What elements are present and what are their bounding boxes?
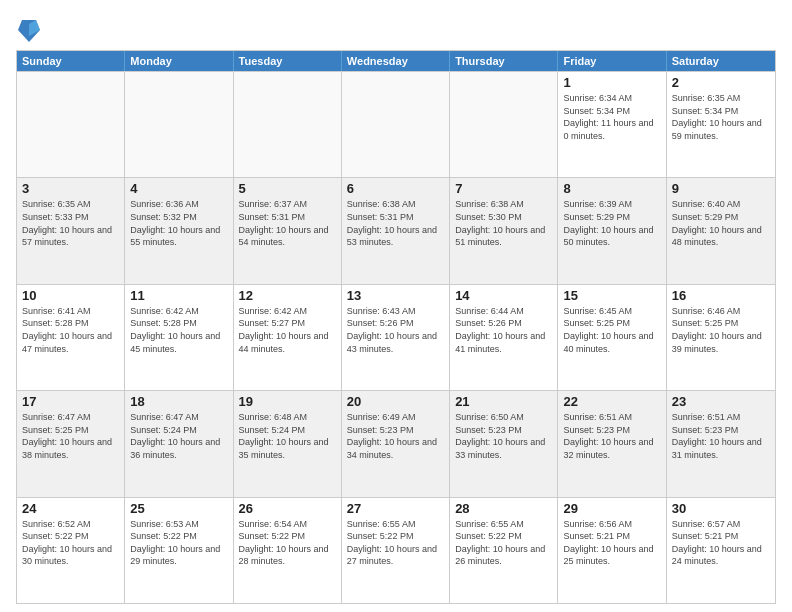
day-cell: 17Sunrise: 6:47 AMSunset: 5:25 PMDayligh… (17, 391, 125, 496)
calendar: SundayMondayTuesdayWednesdayThursdayFrid… (16, 50, 776, 604)
day-number: 2 (672, 75, 770, 90)
day-number: 7 (455, 181, 552, 196)
day-info: Sunrise: 6:43 AMSunset: 5:26 PMDaylight:… (347, 305, 444, 355)
day-info: Sunrise: 6:35 AMSunset: 5:34 PMDaylight:… (672, 92, 770, 142)
day-info: Sunrise: 6:54 AMSunset: 5:22 PMDaylight:… (239, 518, 336, 568)
day-info: Sunrise: 6:55 AMSunset: 5:22 PMDaylight:… (347, 518, 444, 568)
day-cell: 5Sunrise: 6:37 AMSunset: 5:31 PMDaylight… (234, 178, 342, 283)
empty-cell (125, 72, 233, 177)
empty-cell (17, 72, 125, 177)
day-cell: 6Sunrise: 6:38 AMSunset: 5:31 PMDaylight… (342, 178, 450, 283)
day-cell: 11Sunrise: 6:42 AMSunset: 5:28 PMDayligh… (125, 285, 233, 390)
empty-cell (234, 72, 342, 177)
header-cell-tuesday: Tuesday (234, 51, 342, 71)
day-number: 13 (347, 288, 444, 303)
day-cell: 29Sunrise: 6:56 AMSunset: 5:21 PMDayligh… (558, 498, 666, 603)
day-info: Sunrise: 6:40 AMSunset: 5:29 PMDaylight:… (672, 198, 770, 248)
day-info: Sunrise: 6:45 AMSunset: 5:25 PMDaylight:… (563, 305, 660, 355)
day-cell: 16Sunrise: 6:46 AMSunset: 5:25 PMDayligh… (667, 285, 775, 390)
header-cell-saturday: Saturday (667, 51, 775, 71)
calendar-row: 1Sunrise: 6:34 AMSunset: 5:34 PMDaylight… (17, 71, 775, 177)
day-info: Sunrise: 6:50 AMSunset: 5:23 PMDaylight:… (455, 411, 552, 461)
day-info: Sunrise: 6:46 AMSunset: 5:25 PMDaylight:… (672, 305, 770, 355)
day-number: 9 (672, 181, 770, 196)
day-cell: 26Sunrise: 6:54 AMSunset: 5:22 PMDayligh… (234, 498, 342, 603)
day-info: Sunrise: 6:57 AMSunset: 5:21 PMDaylight:… (672, 518, 770, 568)
day-number: 20 (347, 394, 444, 409)
day-number: 18 (130, 394, 227, 409)
day-info: Sunrise: 6:55 AMSunset: 5:22 PMDaylight:… (455, 518, 552, 568)
day-cell: 20Sunrise: 6:49 AMSunset: 5:23 PMDayligh… (342, 391, 450, 496)
page: SundayMondayTuesdayWednesdayThursdayFrid… (0, 0, 792, 612)
header (16, 12, 776, 44)
day-number: 25 (130, 501, 227, 516)
day-info: Sunrise: 6:53 AMSunset: 5:22 PMDaylight:… (130, 518, 227, 568)
day-cell: 2Sunrise: 6:35 AMSunset: 5:34 PMDaylight… (667, 72, 775, 177)
header-cell-sunday: Sunday (17, 51, 125, 71)
day-cell: 4Sunrise: 6:36 AMSunset: 5:32 PMDaylight… (125, 178, 233, 283)
day-cell: 15Sunrise: 6:45 AMSunset: 5:25 PMDayligh… (558, 285, 666, 390)
day-info: Sunrise: 6:42 AMSunset: 5:27 PMDaylight:… (239, 305, 336, 355)
calendar-row: 10Sunrise: 6:41 AMSunset: 5:28 PMDayligh… (17, 284, 775, 390)
calendar-body: 1Sunrise: 6:34 AMSunset: 5:34 PMDaylight… (17, 71, 775, 603)
logo-icon (18, 16, 40, 44)
header-cell-wednesday: Wednesday (342, 51, 450, 71)
day-info: Sunrise: 6:38 AMSunset: 5:30 PMDaylight:… (455, 198, 552, 248)
header-cell-friday: Friday (558, 51, 666, 71)
day-info: Sunrise: 6:48 AMSunset: 5:24 PMDaylight:… (239, 411, 336, 461)
day-number: 6 (347, 181, 444, 196)
day-cell: 22Sunrise: 6:51 AMSunset: 5:23 PMDayligh… (558, 391, 666, 496)
day-number: 30 (672, 501, 770, 516)
day-cell: 3Sunrise: 6:35 AMSunset: 5:33 PMDaylight… (17, 178, 125, 283)
day-cell: 10Sunrise: 6:41 AMSunset: 5:28 PMDayligh… (17, 285, 125, 390)
day-cell: 12Sunrise: 6:42 AMSunset: 5:27 PMDayligh… (234, 285, 342, 390)
calendar-row: 24Sunrise: 6:52 AMSunset: 5:22 PMDayligh… (17, 497, 775, 603)
day-cell: 7Sunrise: 6:38 AMSunset: 5:30 PMDaylight… (450, 178, 558, 283)
day-info: Sunrise: 6:52 AMSunset: 5:22 PMDaylight:… (22, 518, 119, 568)
day-number: 21 (455, 394, 552, 409)
day-info: Sunrise: 6:37 AMSunset: 5:31 PMDaylight:… (239, 198, 336, 248)
day-info: Sunrise: 6:47 AMSunset: 5:24 PMDaylight:… (130, 411, 227, 461)
logo (16, 16, 40, 44)
day-number: 26 (239, 501, 336, 516)
day-info: Sunrise: 6:36 AMSunset: 5:32 PMDaylight:… (130, 198, 227, 248)
day-cell: 8Sunrise: 6:39 AMSunset: 5:29 PMDaylight… (558, 178, 666, 283)
header-cell-thursday: Thursday (450, 51, 558, 71)
day-cell: 1Sunrise: 6:34 AMSunset: 5:34 PMDaylight… (558, 72, 666, 177)
day-number: 19 (239, 394, 336, 409)
day-cell: 27Sunrise: 6:55 AMSunset: 5:22 PMDayligh… (342, 498, 450, 603)
day-info: Sunrise: 6:42 AMSunset: 5:28 PMDaylight:… (130, 305, 227, 355)
calendar-header: SundayMondayTuesdayWednesdayThursdayFrid… (17, 51, 775, 71)
day-cell: 23Sunrise: 6:51 AMSunset: 5:23 PMDayligh… (667, 391, 775, 496)
day-info: Sunrise: 6:47 AMSunset: 5:25 PMDaylight:… (22, 411, 119, 461)
day-number: 23 (672, 394, 770, 409)
day-cell: 28Sunrise: 6:55 AMSunset: 5:22 PMDayligh… (450, 498, 558, 603)
day-number: 29 (563, 501, 660, 516)
day-info: Sunrise: 6:38 AMSunset: 5:31 PMDaylight:… (347, 198, 444, 248)
day-number: 15 (563, 288, 660, 303)
day-number: 5 (239, 181, 336, 196)
day-number: 22 (563, 394, 660, 409)
day-info: Sunrise: 6:51 AMSunset: 5:23 PMDaylight:… (672, 411, 770, 461)
empty-cell (342, 72, 450, 177)
day-info: Sunrise: 6:44 AMSunset: 5:26 PMDaylight:… (455, 305, 552, 355)
day-info: Sunrise: 6:35 AMSunset: 5:33 PMDaylight:… (22, 198, 119, 248)
day-number: 24 (22, 501, 119, 516)
day-number: 27 (347, 501, 444, 516)
day-cell: 19Sunrise: 6:48 AMSunset: 5:24 PMDayligh… (234, 391, 342, 496)
day-number: 4 (130, 181, 227, 196)
day-number: 28 (455, 501, 552, 516)
day-cell: 14Sunrise: 6:44 AMSunset: 5:26 PMDayligh… (450, 285, 558, 390)
day-info: Sunrise: 6:41 AMSunset: 5:28 PMDaylight:… (22, 305, 119, 355)
day-info: Sunrise: 6:51 AMSunset: 5:23 PMDaylight:… (563, 411, 660, 461)
day-cell: 24Sunrise: 6:52 AMSunset: 5:22 PMDayligh… (17, 498, 125, 603)
day-cell: 25Sunrise: 6:53 AMSunset: 5:22 PMDayligh… (125, 498, 233, 603)
header-cell-monday: Monday (125, 51, 233, 71)
day-info: Sunrise: 6:34 AMSunset: 5:34 PMDaylight:… (563, 92, 660, 142)
day-cell: 13Sunrise: 6:43 AMSunset: 5:26 PMDayligh… (342, 285, 450, 390)
day-number: 11 (130, 288, 227, 303)
day-info: Sunrise: 6:56 AMSunset: 5:21 PMDaylight:… (563, 518, 660, 568)
day-number: 3 (22, 181, 119, 196)
empty-cell (450, 72, 558, 177)
day-cell: 9Sunrise: 6:40 AMSunset: 5:29 PMDaylight… (667, 178, 775, 283)
